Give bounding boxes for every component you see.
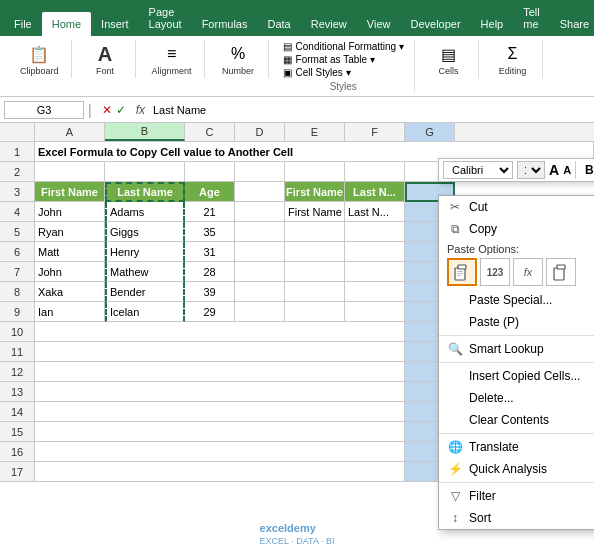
paste-special-menu-item[interactable]: Paste Special... — [439, 289, 594, 311]
smart-lookup-menu-item[interactable]: 🔍 Smart Lookup — [439, 338, 594, 360]
cell-b4[interactable]: Adams — [105, 202, 185, 222]
tab-page-layout[interactable]: Page Layout — [139, 0, 192, 36]
cell-d5[interactable] — [235, 222, 285, 242]
cell-f2[interactable] — [345, 162, 405, 182]
tab-help[interactable]: Help — [471, 12, 514, 36]
paste-menu-item[interactable]: Paste (P) — [439, 311, 594, 333]
cell-a17[interactable] — [35, 462, 405, 482]
insert-copied-cells-menu-item[interactable]: Insert Copied Cells... — [439, 365, 594, 387]
clear-contents-menu-item[interactable]: Clear Contents — [439, 409, 594, 431]
cell-e6[interactable] — [285, 242, 345, 262]
paste-icon-values[interactable]: 123 — [480, 258, 510, 286]
tab-review[interactable]: Review — [301, 12, 357, 36]
font-size-selector[interactable]: 11 — [517, 161, 545, 179]
cell-d4[interactable] — [235, 202, 285, 222]
cell-f6[interactable] — [345, 242, 405, 262]
cell-c4[interactable]: 21 — [185, 202, 235, 222]
cell-e7[interactable] — [285, 262, 345, 282]
filter-menu-item[interactable]: ▽ Filter — [439, 485, 594, 507]
cell-c9[interactable]: 29 — [185, 302, 235, 322]
cell-d2[interactable] — [235, 162, 285, 182]
cell-f7[interactable] — [345, 262, 405, 282]
tab-file[interactable]: File — [4, 12, 42, 36]
cell-a7[interactable]: John — [35, 262, 105, 282]
formula-input[interactable] — [149, 104, 590, 116]
col-header-b[interactable]: B — [105, 123, 185, 141]
cell-a13[interactable] — [35, 382, 405, 402]
cell-a9[interactable]: Ian — [35, 302, 105, 322]
cell-d8[interactable] — [235, 282, 285, 302]
cell-b9[interactable]: Icelan — [105, 302, 185, 322]
conditional-formatting-button[interactable]: ▤ Conditional Formatting ▾ — [281, 40, 406, 53]
cut-menu-item[interactable]: ✂ Cut — [439, 196, 594, 218]
name-box[interactable] — [4, 101, 84, 119]
cell-c2[interactable] — [185, 162, 235, 182]
col-header-e[interactable]: E — [285, 123, 345, 141]
cell-e5[interactable] — [285, 222, 345, 242]
cell-f8[interactable] — [345, 282, 405, 302]
format-as-table-button[interactable]: ▦ Format as Table ▾ — [281, 53, 406, 66]
sort-menu-item[interactable]: ↕ Sort — [439, 507, 594, 529]
tab-tell-me[interactable]: Tell me — [513, 0, 550, 36]
cell-c8[interactable]: 39 — [185, 282, 235, 302]
col-header-d[interactable]: D — [235, 123, 285, 141]
cell-a15[interactable] — [35, 422, 405, 442]
cell-f3[interactable]: Last N... — [345, 182, 405, 202]
cell-a2[interactable] — [35, 162, 105, 182]
cell-e8[interactable] — [285, 282, 345, 302]
cell-a10[interactable] — [35, 322, 405, 342]
tab-developer[interactable]: Developer — [400, 12, 470, 36]
cell-e9[interactable] — [285, 302, 345, 322]
cell-a12[interactable] — [35, 362, 405, 382]
cell-d9[interactable] — [235, 302, 285, 322]
cell-a3[interactable]: First Name — [35, 182, 105, 202]
cell-d3[interactable] — [235, 182, 285, 202]
cell-styles-button[interactable]: ▣ Cell Styles ▾ — [281, 66, 406, 79]
paste-icon-default[interactable] — [447, 258, 477, 286]
cell-b2[interactable] — [105, 162, 185, 182]
bold-button[interactable]: B — [580, 161, 594, 179]
cell-a14[interactable] — [35, 402, 405, 422]
cancel-formula-icon[interactable]: ✕ — [102, 103, 112, 117]
cell-f5[interactable] — [345, 222, 405, 242]
tab-formulas[interactable]: Formulas — [192, 12, 258, 36]
translate-menu-item[interactable]: 🌐 Translate — [439, 436, 594, 458]
cell-a5[interactable]: Ryan — [35, 222, 105, 242]
cell-c7[interactable]: 28 — [185, 262, 235, 282]
col-header-f[interactable]: F — [345, 123, 405, 141]
cell-c5[interactable]: 35 — [185, 222, 235, 242]
cell-a4[interactable]: John — [35, 202, 105, 222]
tab-view[interactable]: View — [357, 12, 401, 36]
cell-d7[interactable] — [235, 262, 285, 282]
quick-analysis-menu-item[interactable]: ⚡ Quick Analysis — [439, 458, 594, 480]
cell-e4[interactable]: First Name — [285, 202, 345, 222]
font-button[interactable]: A Font — [87, 40, 123, 78]
cell-c3[interactable]: Age — [185, 182, 235, 202]
cell-b7[interactable]: Mathew — [105, 262, 185, 282]
editing-button[interactable]: Σ Editing — [494, 40, 530, 78]
number-button[interactable]: % Number — [218, 40, 258, 78]
font-decrease-icon[interactable]: A — [563, 164, 571, 176]
copy-menu-item[interactable]: ⧉ Copy — [439, 218, 594, 240]
col-header-a[interactable]: A — [35, 123, 105, 141]
font-selector[interactable]: Calibri — [443, 161, 513, 179]
alignment-button[interactable]: ≡ Alignment — [148, 40, 196, 78]
paste-icon-formatting[interactable] — [546, 258, 576, 286]
confirm-formula-icon[interactable]: ✓ — [116, 103, 126, 117]
cell-f4[interactable]: Last N... — [345, 202, 405, 222]
tab-share[interactable]: Share — [550, 12, 594, 36]
tab-insert[interactable]: Insert — [91, 12, 139, 36]
col-header-g[interactable]: G — [405, 123, 455, 141]
cell-c6[interactable]: 31 — [185, 242, 235, 262]
cell-f9[interactable] — [345, 302, 405, 322]
cell-a16[interactable] — [35, 442, 405, 462]
cell-b5[interactable]: Giggs — [105, 222, 185, 242]
clipboard-button[interactable]: 📋 Clipboard — [16, 40, 63, 78]
cells-button[interactable]: ▤ Cells — [430, 40, 466, 78]
col-header-c[interactable]: C — [185, 123, 235, 141]
font-increase-icon[interactable]: A — [549, 162, 559, 178]
cell-e3[interactable]: First Name — [285, 182, 345, 202]
cell-a6[interactable]: Matt — [35, 242, 105, 262]
cell-b8[interactable]: Bender — [105, 282, 185, 302]
cell-b6[interactable]: Henry — [105, 242, 185, 262]
